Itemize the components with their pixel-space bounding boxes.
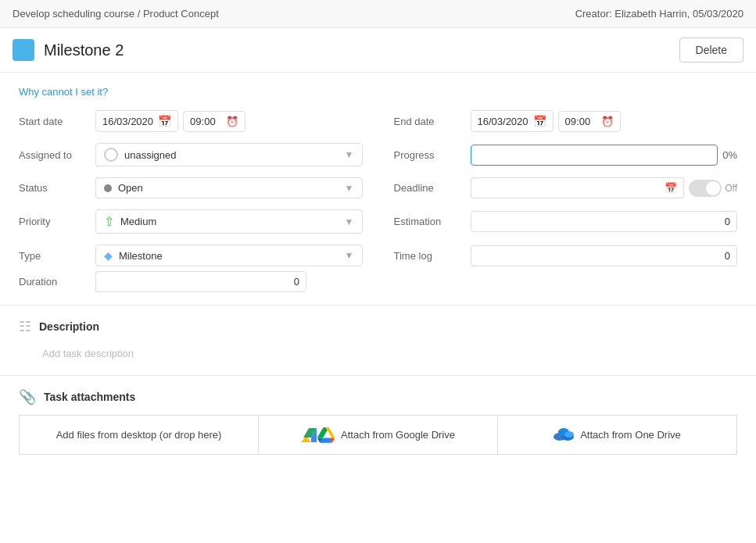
- status-select[interactable]: Open ▼: [95, 177, 363, 198]
- timelog-row: Time log 0: [394, 245, 738, 266]
- end-calendar-icon: 📅: [533, 115, 546, 127]
- priority-select[interactable]: ⇧ Medium ▼: [95, 209, 363, 234]
- toggle-label: Off: [725, 183, 737, 194]
- attach-buttons-group: Add files from desktop (or drop here): [19, 415, 737, 455]
- attach-desktop-button[interactable]: Add files from desktop (or drop here): [19, 415, 258, 455]
- duration-label: Duration: [19, 276, 89, 288]
- progress-row: Progress 0%: [394, 143, 738, 166]
- estimation-label: Estimation: [394, 216, 464, 227]
- onedrive-svg: [554, 427, 574, 441]
- attach-gdrive-label: Attach from Google Drive: [341, 429, 455, 441]
- progress-input[interactable]: [471, 145, 718, 166]
- attach-gdrive-button[interactable]: Attach from Google Drive: [258, 415, 497, 455]
- description-header: ☷ Description: [19, 318, 737, 335]
- description-icon: ☷: [19, 318, 31, 335]
- form-section: Why cannot I set it? Start date 16/03/20…: [0, 73, 756, 305]
- end-time-input[interactable]: 09:00 ⏰: [558, 111, 621, 132]
- assigned-to-label: Assigned to: [19, 149, 89, 161]
- description-section: ☷ Description Add task description: [0, 305, 756, 376]
- deadline-date-input[interactable]: 📅: [471, 177, 685, 198]
- estimation-input[interactable]: 0: [471, 211, 738, 232]
- start-time-value: 09:00: [190, 116, 216, 127]
- type-row: Type ◆ Milestone ▼: [19, 245, 363, 266]
- priority-chevron-icon: ▼: [345, 216, 354, 227]
- status-value: Open: [118, 182, 143, 194]
- priority-value: Medium: [120, 216, 156, 227]
- end-date-input[interactable]: 16/03/2020 📅: [471, 110, 554, 132]
- deadline-row: Deadline 📅 Off: [394, 177, 738, 198]
- estimation-value: 0: [725, 216, 730, 227]
- milestone-color-block: [13, 39, 34, 61]
- end-date-value: 16/03/2020: [478, 116, 528, 127]
- start-date-group: 16/03/2020 📅 09:00 ⏰: [95, 110, 363, 132]
- svg-point-8: [564, 431, 574, 438]
- start-date-label: Start date: [19, 116, 89, 127]
- start-date-value: 16/03/2020: [102, 116, 153, 127]
- attachments-header: 📎 Task attachments: [19, 388, 737, 405]
- toggle-background[interactable]: [689, 180, 722, 197]
- status-row: Status Open ▼: [19, 177, 363, 198]
- priority-arrow-icon: ⇧: [104, 214, 114, 229]
- breadcrumb: Develop scheduling course / Product Conc…: [13, 8, 219, 20]
- assigned-to-select[interactable]: unassigned ▼: [95, 143, 363, 166]
- attach-desktop-label: Add files from desktop (or drop here): [56, 429, 222, 441]
- attachments-title: Task attachments: [44, 391, 135, 403]
- timelog-input[interactable]: 0: [471, 245, 738, 266]
- status-chevron-icon: ▼: [345, 183, 354, 194]
- end-date-row: End date 16/03/2020 📅 09:00 ⏰: [394, 110, 738, 132]
- estimation-row: Estimation 0: [394, 209, 738, 234]
- priority-label: Priority: [19, 216, 89, 227]
- start-time-input[interactable]: 09:00 ⏰: [183, 111, 245, 132]
- timelog-label: Time log: [394, 250, 464, 262]
- paperclip-icon: 📎: [19, 388, 36, 405]
- start-clock-icon: ⏰: [226, 116, 238, 127]
- type-label: Type: [19, 250, 89, 262]
- attach-onedrive-button[interactable]: Attach from One Drive: [497, 415, 737, 455]
- creator-info: Creator: Elizabeth Harrin, 05/03/2020: [575, 8, 743, 20]
- priority-row: Priority ⇧ Medium ▼: [19, 209, 363, 234]
- milestone-diamond-icon: ◆: [104, 249, 113, 262]
- start-date-input[interactable]: 16/03/2020 📅: [95, 110, 178, 132]
- assigned-to-row: Assigned to unassigned ▼: [19, 143, 363, 166]
- toggle-knob: [706, 181, 720, 195]
- progress-label: Progress: [394, 149, 464, 161]
- delete-button[interactable]: Delete: [679, 38, 743, 63]
- gdrive-icon: [301, 427, 335, 443]
- timelog-value: 0: [725, 250, 730, 262]
- end-date-label: End date: [394, 116, 464, 127]
- deadline-label: Deadline: [394, 182, 464, 194]
- onedrive-icon: [554, 427, 574, 443]
- end-date-group: 16/03/2020 📅 09:00 ⏰: [471, 110, 738, 132]
- type-select[interactable]: ◆ Milestone ▼: [95, 245, 363, 266]
- duration-value: 0: [294, 276, 299, 288]
- type-chevron-icon: ▼: [345, 250, 354, 261]
- form-grid: Start date 16/03/2020 📅 09:00 ⏰ End date…: [19, 110, 737, 266]
- header-row: Milestone 2 Delete: [0, 28, 756, 73]
- description-title: Description: [39, 320, 99, 333]
- milestone-title: Milestone 2: [44, 41, 679, 59]
- why-link[interactable]: Why cannot I set it?: [19, 86, 108, 98]
- start-date-row: Start date 16/03/2020 📅 09:00 ⏰: [19, 110, 363, 132]
- description-placeholder[interactable]: Add task description: [19, 345, 737, 363]
- gdrive-svg: [301, 428, 317, 442]
- top-bar: Develop scheduling course / Product Conc…: [0, 0, 756, 28]
- assigned-to-value: unassigned: [124, 149, 177, 161]
- progress-group: 0%: [471, 145, 738, 166]
- assigned-to-chevron-icon: ▼: [345, 149, 354, 160]
- end-time-value: 09:00: [565, 116, 591, 127]
- start-calendar-icon: 📅: [158, 115, 171, 127]
- duration-input[interactable]: 0: [95, 271, 306, 292]
- duration-row: Duration 0: [19, 271, 737, 298]
- attachments-section: 📎 Task attachments Add files from deskto…: [0, 376, 756, 467]
- deadline-calendar-icon: 📅: [665, 182, 677, 194]
- status-dot-icon: [104, 184, 112, 192]
- deadline-group: 📅 Off: [471, 177, 738, 198]
- end-clock-icon: ⏰: [601, 116, 614, 127]
- status-label: Status: [19, 182, 89, 194]
- gdrive-color-icon: [317, 427, 335, 443]
- unassigned-avatar-icon: [104, 148, 118, 162]
- type-value: Milestone: [119, 250, 163, 262]
- attach-onedrive-label: Attach from One Drive: [580, 429, 681, 441]
- progress-pct: 0%: [722, 149, 737, 161]
- deadline-toggle[interactable]: Off: [689, 180, 737, 197]
